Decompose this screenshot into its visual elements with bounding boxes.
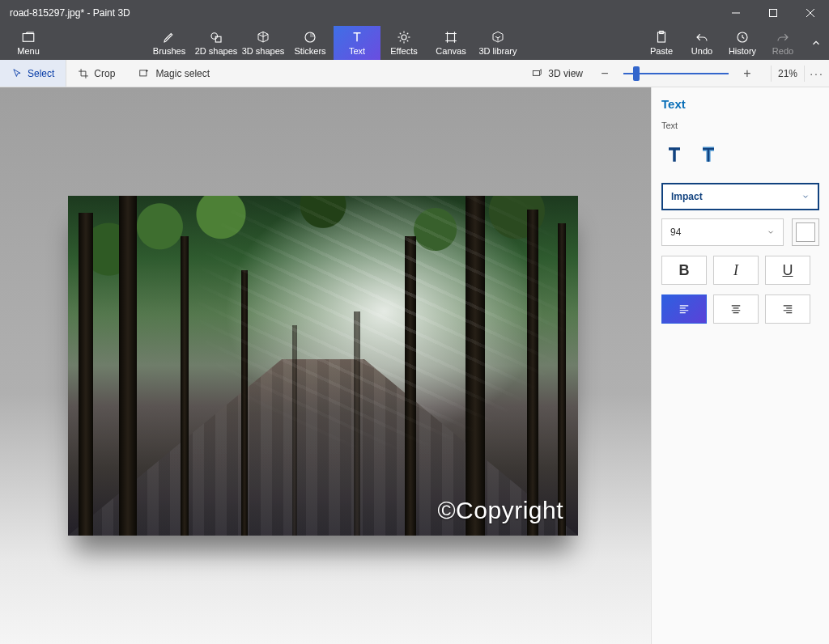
brush-icon [162, 30, 176, 44]
chevron-up-icon [810, 37, 822, 49]
align-right-icon [780, 303, 795, 315]
zoom-in-button[interactable]: + [737, 63, 758, 84]
minimize-button[interactable] [717, 0, 755, 26]
close-button[interactable] [792, 0, 829, 26]
zoom-control: − + [594, 63, 771, 84]
svg-line-15 [407, 33, 409, 35]
3d-library-icon [491, 30, 505, 44]
redo-button[interactable]: Redo [763, 26, 803, 60]
tool-label: Undo [691, 46, 712, 56]
svg-rect-21 [140, 70, 147, 75]
magic-select-icon [138, 68, 151, 79]
stickers-icon [303, 30, 317, 44]
3d-view-label: 3D view [548, 68, 583, 79]
svg-rect-22 [534, 70, 540, 75]
tool-label: 3D library [478, 46, 517, 56]
font-dropdown[interactable]: Impact [661, 183, 819, 210]
svg-point-5 [211, 33, 218, 40]
color-preview [796, 222, 815, 242]
align-left-button[interactable] [661, 294, 707, 324]
redo-icon [776, 30, 790, 44]
effects-icon [397, 30, 411, 44]
tool-label: Effects [390, 46, 417, 56]
watermark-text[interactable]: ©Copyright [438, 497, 564, 524]
text-panel: Text Text Impact 94 [651, 87, 829, 644]
svg-rect-4 [23, 34, 34, 42]
tool-label: History [729, 46, 756, 56]
panel-subtitle: Text [661, 121, 819, 130]
crop-icon [78, 68, 89, 79]
underline-button[interactable]: U [765, 256, 810, 285]
tool-label: Paste [650, 46, 673, 56]
3d-text-button[interactable] [697, 143, 720, 168]
chevron-down-icon [767, 228, 775, 236]
sub-toolbar: Select Crop Magic select 3D view − + 21%… [0, 60, 829, 87]
zoom-slider-track[interactable] [623, 73, 729, 74]
align-center-button[interactable] [713, 294, 759, 324]
paste-icon [654, 30, 669, 44]
tool-label: Redo [772, 46, 793, 56]
maximize-button[interactable] [755, 0, 792, 26]
svg-line-13 [400, 33, 402, 35]
tool-canvas[interactable]: Canvas [427, 26, 474, 60]
3d-text-icon [697, 143, 720, 166]
zoom-out-button[interactable]: − [594, 63, 615, 84]
tool-effects[interactable]: Effects [380, 26, 427, 60]
ribbon: Menu Brushes 2D shapes 3D shapes Sticker… [0, 26, 829, 60]
2d-text-icon [663, 143, 686, 166]
3d-view-icon [530, 68, 543, 79]
tool-label: 3D shapes [242, 46, 285, 56]
collapse-ribbon-button[interactable] [803, 26, 829, 60]
tool-3d-shapes[interactable]: 3D shapes [240, 26, 287, 60]
tool-text[interactable]: Text [334, 26, 380, 60]
undo-icon [695, 30, 709, 44]
svg-rect-1 [770, 10, 777, 17]
tool-label: 2D shapes [195, 46, 238, 56]
align-left-icon [677, 303, 691, 315]
crop-tool[interactable]: Crop [66, 60, 126, 87]
title-bar: road-815297.jpg* - Paint 3D [0, 0, 829, 26]
history-button[interactable]: History [722, 26, 763, 60]
svg-line-16 [400, 40, 402, 42]
italic-button[interactable]: I [713, 256, 759, 285]
zoom-value[interactable]: 21% [772, 68, 804, 79]
3d-view-toggle[interactable]: 3D view [519, 60, 594, 87]
align-center-icon [729, 303, 743, 315]
history-icon [735, 30, 750, 44]
2d-shapes-icon [209, 30, 223, 44]
align-right-button[interactable] [765, 294, 810, 324]
tool-label: Brushes [153, 46, 185, 56]
menu-button[interactable]: Menu [0, 26, 57, 60]
text-icon [350, 30, 364, 44]
magic-label: Magic select [155, 68, 210, 79]
window-title: road-815297.jpg* - Paint 3D [10, 7, 130, 19]
bold-button[interactable]: B [661, 256, 707, 285]
more-options-button[interactable]: ··· [805, 67, 829, 80]
chevron-down-icon [801, 193, 810, 201]
svg-rect-17 [448, 34, 455, 41]
svg-line-14 [407, 40, 409, 42]
text-color-swatch[interactable] [792, 218, 819, 246]
3d-shapes-icon [256, 30, 270, 44]
canvas-image[interactable]: ©Copyright [68, 196, 578, 536]
font-size-dropdown[interactable]: 94 [661, 218, 784, 246]
tool-stickers[interactable]: Stickers [287, 26, 334, 60]
panel-title: Text [661, 97, 819, 111]
cursor-icon [11, 68, 23, 79]
canvas-area[interactable]: ©Copyright [0, 87, 651, 644]
svg-rect-6 [215, 36, 221, 42]
font-value: Impact [671, 191, 703, 202]
zoom-slider-thumb[interactable] [633, 66, 640, 81]
paste-button[interactable]: Paste [641, 26, 682, 60]
svg-point-8 [402, 35, 406, 40]
undo-button[interactable]: Undo [682, 26, 722, 60]
tool-2d-shapes[interactable]: 2D shapes [193, 26, 240, 60]
2d-text-button[interactable] [663, 143, 686, 168]
select-tool[interactable]: Select [0, 60, 66, 87]
magic-select-tool[interactable]: Magic select [126, 60, 221, 87]
canvas-icon [444, 30, 458, 44]
menu-label: Menu [17, 46, 40, 56]
tool-brushes[interactable]: Brushes [146, 26, 193, 60]
tool-label: Stickers [294, 46, 325, 56]
tool-3d-library[interactable]: 3D library [474, 26, 521, 60]
